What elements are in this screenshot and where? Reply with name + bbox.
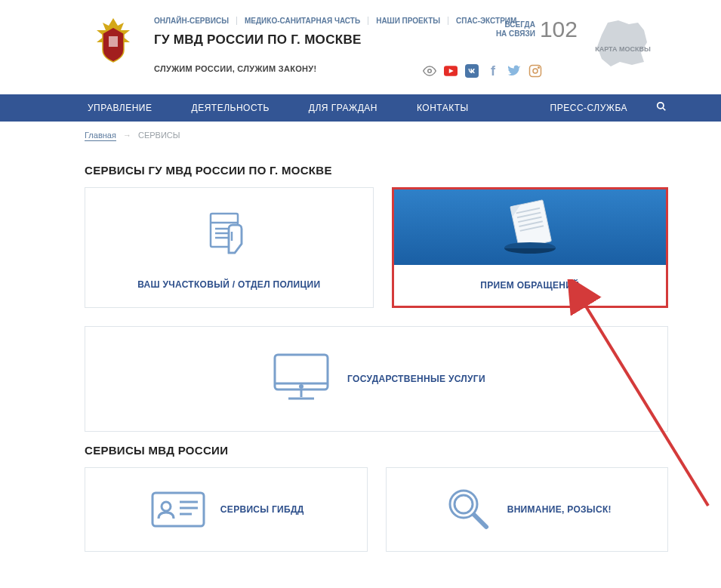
svg-point-5 [533,69,538,73]
id-card-icon [148,488,208,531]
card-district-officer[interactable]: ВАШ УЧАСТКОВЫЙ / ОТДЕЛ ПОЛИЦИИ [85,187,374,308]
phone-block: ВСЕГДА НА СВЯЗИ 102 [496,17,578,42]
vk-icon[interactable] [465,64,479,78]
svg-point-6 [538,67,540,69]
officer-icon [199,202,259,270]
main-nav: УПРАВЛЕНИЕ ДЕЯТЕЛЬНОСТЬ ДЛЯ ГРАЖДАН КОНТ… [0,94,721,122]
phone-number: 102 [540,17,578,42]
eye-icon[interactable] [423,64,436,78]
moscow-map-link[interactable]: КАРТА МОСКВЫ [593,17,653,69]
nav-deyatelnost[interactable]: ДЕЯТЕЛЬНОСТЬ [172,94,289,122]
topnav-projects[interactable]: НАШИ ПРОЕКТЫ [368,17,448,25]
monitor-icon [267,347,335,411]
card-gosuslugi-label: ГОСУДАРСТВЕННЫЕ УСЛУГИ [347,374,485,384]
card-gibdd-label: СЕРВИСЫ ГИБДД [220,504,304,515]
nav-upravlenie[interactable]: УПРАВЛЕНИЕ [68,94,172,122]
instagram-icon[interactable] [528,64,542,78]
appeals-banner [394,189,667,265]
card-district-officer-label: ВАШ УЧАСТКОВЫЙ / ОТДЕЛ ПОЛИЦИИ [137,279,320,290]
card-wanted-label: ВНИМАНИЕ, РОЗЫСК! [507,504,612,515]
topnav-online-services[interactable]: ОНЛАЙН-СЕРВИСЫ [154,17,237,25]
breadcrumb-current: СЕРВИСЫ [138,131,180,140]
site-logo[interactable] [91,17,136,69]
nav-press[interactable]: ПРЕСС-СЛУЖБА [531,94,647,122]
breadcrumb-arrow: → [123,131,131,140]
svg-point-26 [300,386,303,388]
section-title-moscow: СЕРВИСЫ ГУ МВД РОССИИ ПО Г. МОСКВЕ [85,164,668,177]
breadcrumb: Главная → СЕРВИСЫ [0,122,721,140]
phone-label-2: НА СВЯЗИ [496,29,535,38]
nav-kontakty[interactable]: КОНТАКТЫ [397,94,488,122]
svg-point-1 [428,69,432,73]
svg-point-7 [658,103,664,109]
svg-rect-0 [109,36,118,47]
card-gibdd[interactable]: СЕРВИСЫ ГИБДД [85,467,368,552]
search-icon[interactable] [647,101,676,115]
svg-point-28 [162,502,171,511]
youtube-icon[interactable] [444,64,458,78]
twitter-icon[interactable] [507,64,521,78]
card-appeals-label: ПРИЕМ ОБРАЩЕНИЙ [480,265,579,306]
card-gosuslugi[interactable]: ГОСУДАРСТВЕННЫЕ УСЛУГИ [85,326,668,432]
svg-line-34 [474,515,486,527]
nav-dlya-grazhdan[interactable]: ДЛЯ ГРАЖДАН [289,94,397,122]
svg-rect-27 [153,493,204,526]
svg-line-8 [663,108,666,111]
phone-label-1: ВСЕГДА [496,20,535,29]
card-appeals[interactable]: ПРИЕМ ОБРАЩЕНИЙ [392,187,669,308]
section-title-russia: СЕРВИСЫ МВД РОССИИ [85,444,668,457]
breadcrumb-home[interactable]: Главная [85,131,116,141]
card-wanted[interactable]: ВНИМАНИЕ, РОЗЫСК! [386,467,669,552]
facebook-icon[interactable]: f [486,64,500,78]
svg-point-33 [454,495,473,513]
map-caption: КАРТА МОСКВЫ [593,45,653,53]
magnifier-icon [442,483,495,536]
topnav-medical[interactable]: МЕДИКО-САНИТАРНАЯ ЧАСТЬ [237,17,368,25]
